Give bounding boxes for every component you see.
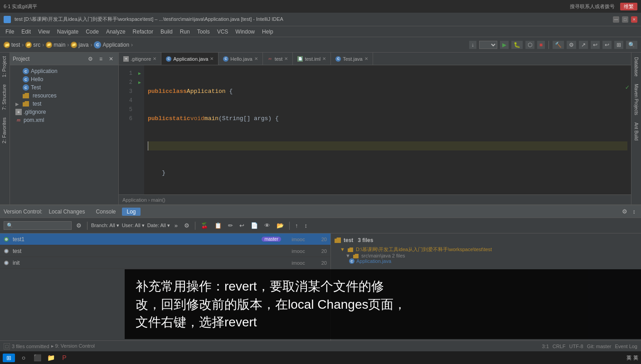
tab-test-iml[interactable]: 📄 test.iml ✕ — [293, 53, 331, 65]
taskbar-ppt-icon[interactable]: P — [59, 353, 69, 363]
eye-btn[interactable]: 👁 — [262, 221, 272, 230]
tab-close-gitignore[interactable]: ✕ — [153, 56, 156, 61]
menu-help[interactable]: Help — [258, 28, 277, 36]
tab-application[interactable]: C Application.java ✕ — [161, 53, 219, 65]
tab-gitignore[interactable]: ≡ .gitignore ✕ — [119, 53, 161, 65]
os-top-right-btn[interactable]: 维繁 — [620, 3, 637, 10]
nav-search-btn[interactable]: 🔍 — [626, 41, 637, 49]
apply-patch-btn[interactable]: ✏ — [226, 221, 235, 230]
tab-log[interactable]: Log — [122, 208, 140, 216]
nav-run-btn[interactable]: ▶ — [500, 41, 509, 49]
run-gutter-1[interactable]: ▶ — [135, 69, 144, 78]
revert-btn[interactable]: ↩ — [238, 221, 246, 230]
more-filters-btn[interactable]: » — [173, 221, 180, 230]
tab-close-test-module[interactable]: ✕ — [284, 56, 288, 61]
menu-analyze[interactable]: Analyze — [102, 28, 129, 36]
sidebar-database[interactable]: Database — [633, 54, 640, 79]
tree-item-application[interactable]: C Application — [10, 67, 118, 75]
tab-close-test-iml[interactable]: ✕ — [322, 56, 326, 61]
menu-tools[interactable]: Tools — [194, 28, 214, 36]
close-button[interactable]: ✕ — [631, 16, 637, 23]
menu-run[interactable]: Run — [176, 28, 194, 36]
search-input[interactable] — [15, 223, 65, 228]
project-settings-btn[interactable]: ⚙ — [86, 55, 95, 63]
nav-main-icon: 📁 — [46, 42, 52, 48]
tab-close-test-java[interactable]: ✕ — [364, 56, 368, 61]
cherry-pick-btn[interactable]: 🍒 — [199, 221, 210, 230]
commit-row-init[interactable]: init imooc 20 — [0, 257, 330, 269]
tab-close-hello[interactable]: ✕ — [254, 56, 258, 61]
taskbar-search-icon[interactable]: ○ — [19, 353, 29, 363]
menu-edit[interactable]: Edit — [18, 28, 34, 36]
show-changes-btn[interactable]: 📂 — [275, 221, 286, 230]
tree-item-hello[interactable]: C Hello — [10, 75, 118, 83]
nav-main[interactable]: 📁 main — [46, 42, 65, 48]
status-crlf[interactable]: CRLF — [553, 344, 566, 349]
maximize-button[interactable]: □ — [622, 16, 628, 23]
nav-java[interactable]: 📁 java — [71, 42, 88, 48]
tab-test-module[interactable]: m test ✕ — [263, 53, 293, 65]
nav-share-btn[interactable]: ↗ — [579, 41, 588, 49]
bottom-settings-btn[interactable]: ⚙ — [620, 207, 629, 216]
tab-test-java[interactable]: C Test.java ✕ — [331, 53, 373, 65]
status-vcs[interactable]: Git: master — [587, 344, 612, 349]
nav-application[interactable]: C Application — [94, 41, 129, 49]
taskbar-explorer-icon[interactable]: 📁 — [46, 353, 56, 363]
nav-settings-btn[interactable]: ⚙ — [567, 41, 576, 49]
nav-config-dropdown[interactable] — [479, 41, 497, 49]
menu-code[interactable]: Code — [82, 28, 102, 36]
status-encoding[interactable]: UTF-8 — [569, 344, 583, 349]
tree-item-pom[interactable]: m pom.xml — [10, 116, 118, 124]
taskbar-taskview-icon[interactable]: ⬛ — [32, 353, 42, 363]
menu-refactor[interactable]: Refactor — [129, 28, 157, 36]
nav-layout-btn[interactable]: ⊞ — [614, 41, 623, 49]
nav-debug-btn[interactable]: 🐛 — [511, 41, 523, 49]
menu-navigate[interactable]: Navigate — [53, 28, 82, 36]
menu-view[interactable]: View — [34, 28, 53, 36]
menu-window[interactable]: Window — [232, 28, 258, 36]
nav-src[interactable]: 📁 src — [25, 42, 40, 48]
bottom-expand-btn[interactable]: ↕ — [631, 207, 638, 216]
nav-sep-divider — [549, 41, 549, 49]
nav-stop-btn[interactable]: ■ — [537, 41, 545, 49]
tree-item-test-class[interactable]: C Test — [10, 83, 118, 92]
nav-build-btn[interactable]: 🔨 — [553, 41, 564, 49]
commit-row-test1[interactable]: test1 master imooc 20 — [0, 233, 330, 245]
git-settings-btn[interactable]: ⚙ — [182, 221, 191, 230]
status-event-log[interactable]: Event Log — [615, 344, 637, 349]
sidebar-item-favorites[interactable]: 2: Favorites — [0, 114, 10, 147]
tab-local-changes[interactable]: Local Changes — [44, 208, 89, 216]
nav-coverage-btn[interactable]: ⬡ — [525, 41, 534, 49]
tab-hello[interactable]: C Hello.java ✕ — [219, 53, 262, 65]
filter-btn[interactable]: ⚙ — [74, 221, 83, 230]
expand-all-btn[interactable]: ↕ — [302, 221, 309, 230]
copy-btn[interactable]: 📄 — [249, 221, 260, 230]
collapse-btn[interactable]: ↑ — [293, 221, 300, 230]
sidebar-item-structure[interactable]: 7: Structure — [0, 81, 10, 114]
menu-vcs[interactable]: VCS — [214, 28, 232, 36]
commit-row-test[interactable]: test imooc 20 — [0, 245, 330, 257]
search-box[interactable]: 🔍 — [4, 221, 72, 230]
code-content[interactable]: public class Application { public static… — [144, 65, 631, 194]
tab-close-application[interactable]: ✕ — [210, 56, 214, 61]
menu-file[interactable]: File — [2, 28, 18, 36]
tree-item-test-folder[interactable]: ▶ test — [10, 100, 118, 108]
nav-test[interactable]: 📁 test — [4, 42, 20, 48]
project-gear2-btn[interactable]: ≡ — [97, 55, 105, 63]
create-patch-btn[interactable]: 📋 — [213, 221, 223, 230]
nav-down-btn[interactable]: ↓ — [469, 41, 476, 49]
nav-redo-btn[interactable]: ↩ — [602, 41, 612, 49]
project-close-btn[interactable]: ✕ — [107, 55, 116, 63]
run-gutter-2[interactable]: ▶ — [135, 78, 144, 87]
minimize-button[interactable]: — — [613, 16, 619, 23]
sidebar-item-project[interactable]: 1: Project — [0, 53, 10, 81]
tab-console[interactable]: Console — [91, 208, 120, 216]
menu-build[interactable]: Build — [157, 28, 176, 36]
sidebar-maven[interactable]: Maven Projects — [633, 81, 640, 118]
nav-undo-btn[interactable]: ↩ — [591, 41, 600, 49]
os-start-button[interactable]: ⊞ — [3, 354, 15, 362]
tree-item-resources[interactable]: resources — [10, 92, 118, 100]
code-editor[interactable]: ✓ 1 2 3 4 5 6 ▶ ▶ public class Applicati… — [119, 65, 631, 194]
sidebar-ant[interactable]: Ant Build — [633, 120, 640, 143]
tree-item-gitignore[interactable]: ≡ .gitignore — [10, 108, 118, 116]
